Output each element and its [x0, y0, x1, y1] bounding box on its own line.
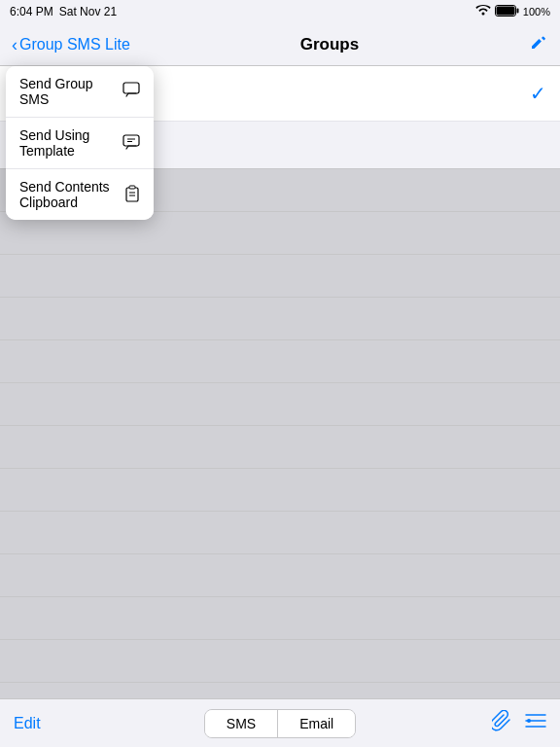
- empty-row: [0, 554, 560, 597]
- svg-rect-11: [126, 188, 138, 201]
- compose-icon[interactable]: [529, 32, 548, 56]
- clipboard-icon: [124, 185, 140, 205]
- svg-rect-2: [496, 6, 514, 15]
- tab-bar-center: SMS Email: [204, 709, 356, 738]
- svg-rect-7: [123, 83, 139, 93]
- send-contents-clipboard-label: Send Contents Clipboard: [19, 179, 124, 210]
- empty-row: [0, 255, 560, 298]
- context-menu-send-contents-clipboard[interactable]: Send Contents Clipboard: [6, 169, 154, 220]
- tab-bar: Edit SMS Email: [0, 698, 560, 747]
- empty-row: [0, 597, 560, 640]
- empty-row: [0, 683, 560, 698]
- wifi-icon: [475, 5, 491, 19]
- page-title: Groups: [300, 35, 359, 54]
- back-label: Group SMS Lite: [19, 36, 130, 53]
- list-icon[interactable]: [525, 712, 546, 734]
- status-bar: 6:04 PM Sat Nov 21 100%: [0, 0, 560, 23]
- empty-row: [0, 298, 560, 340]
- email-tab[interactable]: Email: [278, 710, 355, 737]
- svg-rect-12: [129, 186, 135, 189]
- send-group-sms-label: Send Group SMS: [19, 76, 122, 107]
- sms-tab[interactable]: SMS: [205, 710, 278, 737]
- empty-row: [0, 340, 560, 383]
- template-message-icon: [122, 134, 140, 153]
- attachment-icon[interactable]: [492, 710, 511, 736]
- empty-row: [0, 469, 560, 512]
- send-using-template-label: Send Using Template: [19, 127, 122, 159]
- svg-point-18: [527, 719, 531, 723]
- tab-bar-right: [356, 710, 546, 736]
- empty-row: [0, 640, 560, 683]
- status-bar-left: 6:04 PM Sat Nov 21: [10, 5, 117, 18]
- battery-icon: [495, 5, 519, 19]
- empty-row: [0, 512, 560, 554]
- empty-row: [0, 426, 560, 469]
- status-time: 6:04 PM: [10, 5, 53, 18]
- edit-button[interactable]: Edit: [14, 715, 41, 731]
- back-button[interactable]: ‹ Group SMS Lite: [12, 36, 130, 53]
- svg-rect-1: [516, 8, 518, 13]
- message-icon: [122, 82, 140, 101]
- nav-bar: ‹ Group SMS Lite Groups: [0, 23, 560, 66]
- selected-checkmark: ✓: [530, 82, 546, 105]
- context-menu-send-group-sms[interactable]: Send Group SMS: [6, 66, 154, 118]
- svg-rect-8: [123, 135, 139, 146]
- empty-row: [0, 383, 560, 426]
- status-date: Sat Nov 21: [59, 5, 117, 18]
- context-menu-send-using-template[interactable]: Send Using Template: [6, 118, 154, 169]
- status-bar-right: 100%: [475, 5, 550, 19]
- back-chevron-icon: ‹: [12, 36, 18, 53]
- context-menu: Send Group SMS Send Using Template Send …: [6, 66, 154, 220]
- empty-rows: [0, 169, 560, 698]
- battery-percent: 100%: [523, 6, 550, 18]
- tab-bar-left: Edit: [14, 715, 204, 732]
